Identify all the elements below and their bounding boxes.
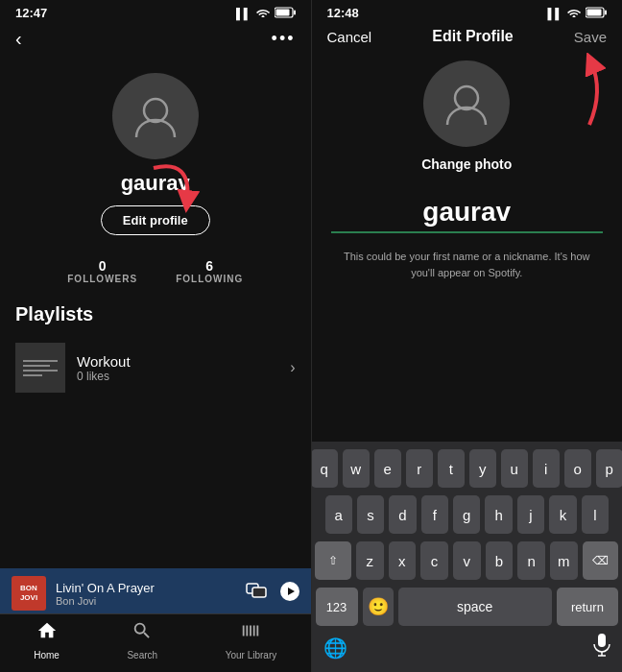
- status-bar-right: 12:48 ▌▌: [312, 0, 623, 24]
- key-u[interactable]: u: [501, 449, 528, 488]
- track-name: Livin' On A Prayer: [56, 581, 236, 595]
- key-c[interactable]: c: [420, 541, 448, 580]
- space-key[interactable]: space: [398, 588, 552, 626]
- tab-home[interactable]: Home: [34, 620, 60, 660]
- search-icon: [132, 620, 153, 647]
- avatar: [112, 73, 199, 159]
- svg-rect-1: [294, 10, 296, 14]
- edit-avatar[interactable]: [423, 60, 510, 147]
- key-n[interactable]: n: [517, 541, 545, 580]
- keyboard-row-1: q w e r t y u i o p: [316, 449, 619, 488]
- signal-icon: ▌▌: [236, 8, 251, 19]
- key-q[interactable]: q: [312, 449, 338, 488]
- key-z[interactable]: z: [356, 541, 384, 580]
- key-x[interactable]: x: [389, 541, 417, 580]
- playlist-likes: 0 likes: [77, 370, 278, 383]
- key-o[interactable]: o: [564, 449, 591, 488]
- key-e[interactable]: e: [374, 449, 401, 488]
- svg-rect-9: [605, 10, 607, 14]
- thumb-line: [23, 374, 42, 376]
- key-d[interactable]: d: [389, 495, 416, 534]
- left-panel: 12:47 ▌▌ ‹ ••• gaurav Edit profile 0: [0, 0, 311, 672]
- numbers-key[interactable]: 123: [316, 588, 358, 626]
- key-a[interactable]: a: [325, 495, 352, 534]
- key-l[interactable]: l: [582, 495, 609, 534]
- thumb-lines: [23, 360, 58, 376]
- playlist-thumbnail: [15, 343, 65, 393]
- svg-rect-10: [587, 9, 602, 15]
- right-panel: 12:48 ▌▌ Cancel Edit Profile Save Change…: [312, 0, 623, 672]
- edit-avatar-section: Change photo: [312, 51, 623, 178]
- back-button[interactable]: ‹: [15, 28, 22, 50]
- status-icons-left: ▌▌: [236, 7, 296, 20]
- username-hint: This could be your first name or a nickn…: [312, 239, 623, 280]
- tab-search[interactable]: Search: [127, 620, 157, 660]
- time-left: 12:47: [15, 6, 47, 20]
- avatar-icon: [131, 91, 180, 141]
- followers-label: FOLLOWERS: [67, 274, 137, 284]
- tab-search-label: Search: [127, 650, 157, 660]
- key-p[interactable]: p: [596, 449, 622, 488]
- key-w[interactable]: w: [343, 449, 370, 488]
- now-playing-bar[interactable]: BONJOVI Livin' On A Prayer Bon Jovi: [0, 568, 311, 618]
- thumb-line: [23, 360, 58, 362]
- connect-icon[interactable]: [246, 583, 267, 605]
- track-info: Livin' On A Prayer Bon Jovi: [56, 581, 236, 607]
- save-button[interactable]: Save: [574, 29, 607, 45]
- key-i[interactable]: i: [533, 449, 560, 488]
- playlist-item[interactable]: Workout 0 likes ›: [0, 335, 311, 400]
- playlist-info: Workout 0 likes: [77, 353, 278, 383]
- cancel-button[interactable]: Cancel: [327, 29, 372, 45]
- keyboard-row-3: ⇧ z x c v b n m ⌫: [316, 541, 619, 580]
- signal-icon-right: ▌▌: [547, 8, 562, 19]
- tab-library[interactable]: Your Library: [226, 620, 277, 660]
- emoji-key[interactable]: 🙂: [363, 588, 394, 626]
- edit-profile-title: Edit Profile: [432, 28, 513, 45]
- key-y[interactable]: y: [469, 449, 496, 488]
- stats-row: 0 FOLLOWERS 6 FOLLOWING: [0, 243, 311, 300]
- play-icon[interactable]: [280, 582, 299, 606]
- following-count: 6: [205, 258, 213, 274]
- key-m[interactable]: m: [550, 541, 578, 580]
- keyboard-row-2: a s d f g h j k l: [316, 495, 619, 534]
- status-icons-right: ▌▌: [547, 7, 607, 20]
- keyboard: q w e r t y u i o p a s d f g h j k l ⇧ …: [312, 442, 623, 672]
- tab-home-label: Home: [34, 650, 60, 660]
- key-v[interactable]: v: [453, 541, 481, 580]
- player-controls: [246, 582, 299, 606]
- profile-section: gaurav Edit profile: [0, 58, 311, 243]
- album-art: BONJOVI: [12, 576, 46, 611]
- edit-profile-button[interactable]: Edit profile: [101, 205, 210, 235]
- thumb-line: [23, 370, 58, 372]
- track-artist: Bon Jovi: [56, 595, 236, 607]
- avatar-icon-edit: [442, 79, 491, 129]
- shift-key[interactable]: ⇧: [315, 541, 350, 580]
- library-icon: [240, 620, 261, 647]
- change-photo-label[interactable]: Change photo: [421, 156, 512, 172]
- key-g[interactable]: g: [453, 495, 480, 534]
- following-label: FOLLOWING: [176, 274, 243, 284]
- username-display: gaurav: [121, 171, 190, 196]
- username-hint-text: This could be your first name or a nickn…: [344, 251, 589, 278]
- tab-bar-left: Home Search Your Library: [0, 613, 311, 672]
- key-j[interactable]: j: [517, 495, 544, 534]
- globe-icon[interactable]: 🌐: [323, 636, 347, 660]
- delete-key[interactable]: ⌫: [583, 541, 618, 580]
- key-t[interactable]: t: [438, 449, 465, 488]
- battery-icon-right: [586, 7, 607, 20]
- key-h[interactable]: h: [485, 495, 512, 534]
- username-input[interactable]: [331, 197, 604, 233]
- key-r[interactable]: r: [406, 449, 433, 488]
- playlists-header: Playlists: [0, 300, 311, 335]
- key-k[interactable]: k: [549, 495, 576, 534]
- key-s[interactable]: s: [357, 495, 384, 534]
- key-f[interactable]: f: [421, 495, 448, 534]
- key-b[interactable]: b: [486, 541, 514, 580]
- thumb-line: [23, 365, 50, 367]
- return-key[interactable]: return: [557, 588, 618, 626]
- more-options-button[interactable]: •••: [272, 29, 296, 49]
- keyboard-row-4: 123 🙂 space return: [316, 588, 619, 626]
- mic-icon[interactable]: [593, 634, 610, 662]
- wifi-icon-right: [567, 7, 581, 19]
- followers-count: 0: [99, 258, 107, 274]
